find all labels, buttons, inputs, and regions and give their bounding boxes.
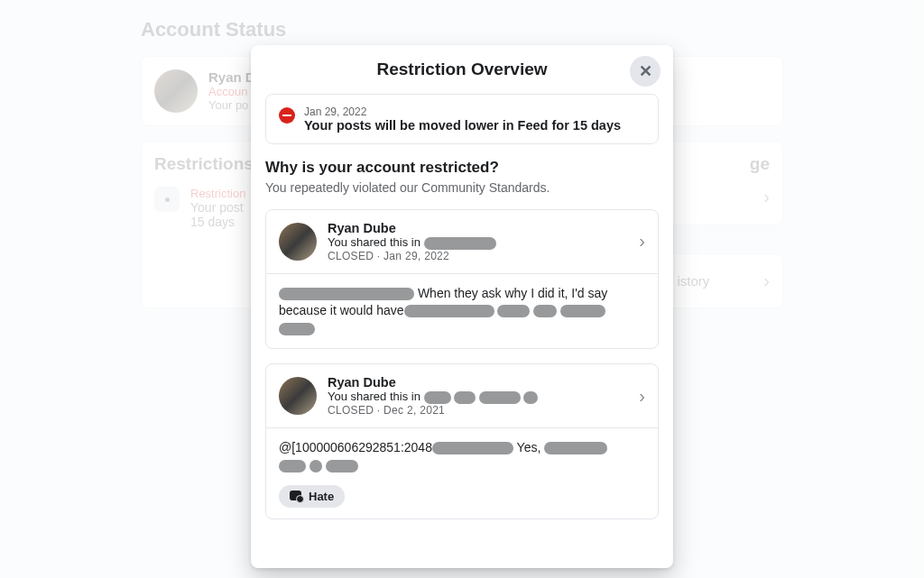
modal-header: Restriction Overview ✕: [251, 45, 673, 94]
violation-header[interactable]: Ryan Dube You shared this in CLOSED · De…: [266, 364, 658, 428]
notice-date: Jan 29, 2022: [304, 106, 621, 118]
modal-overlay: Restriction Overview ✕ Jan 29, 2022 Your…: [0, 0, 924, 578]
notice-message: Your posts will be moved lower in Feed f…: [304, 118, 621, 133]
violation-meta: CLOSED · Jan 29, 2022: [328, 250, 628, 262]
restriction-notice: Jan 29, 2022 Your posts will be moved lo…: [265, 94, 659, 144]
violation-shared-in: You shared this in: [328, 235, 628, 250]
modal-body: Jan 29, 2022 Your posts will be moved lo…: [251, 94, 673, 519]
violation-card: Ryan Dube You shared this in CLOSED · Ja…: [265, 209, 659, 349]
violation-author: Ryan Dube: [328, 375, 628, 390]
avatar: [279, 223, 317, 261]
violation-header[interactable]: Ryan Dube You shared this in CLOSED · Ja…: [266, 210, 658, 274]
avatar: [279, 377, 317, 415]
why-restricted-sub: You repeatedly violated our Community St…: [265, 180, 659, 195]
chevron-right-icon: ›: [639, 386, 645, 407]
violation-content: When they ask why I did it, I'd say beca…: [266, 274, 658, 349]
violation-tags: Hate: [266, 485, 658, 518]
violation-card: Ryan Dube You shared this in CLOSED · De…: [265, 363, 659, 519]
chevron-right-icon: ›: [639, 231, 645, 252]
restriction-overview-modal: Restriction Overview ✕ Jan 29, 2022 Your…: [251, 45, 673, 568]
why-restricted-title: Why is your account restricted?: [265, 159, 659, 177]
close-icon: ✕: [639, 61, 652, 81]
modal-title: Restriction Overview: [265, 60, 659, 79]
restriction-icon: [279, 107, 295, 124]
violation-author: Ryan Dube: [328, 221, 628, 235]
hate-tag: Hate: [279, 485, 345, 508]
violation-meta: CLOSED · Dec 2, 2021: [328, 404, 628, 417]
close-button[interactable]: ✕: [630, 56, 661, 87]
hate-speech-icon: [290, 491, 303, 502]
violation-shared-in: You shared this in: [328, 390, 628, 404]
violation-content: @[100000606292851:2048 Yes,: [266, 428, 658, 485]
